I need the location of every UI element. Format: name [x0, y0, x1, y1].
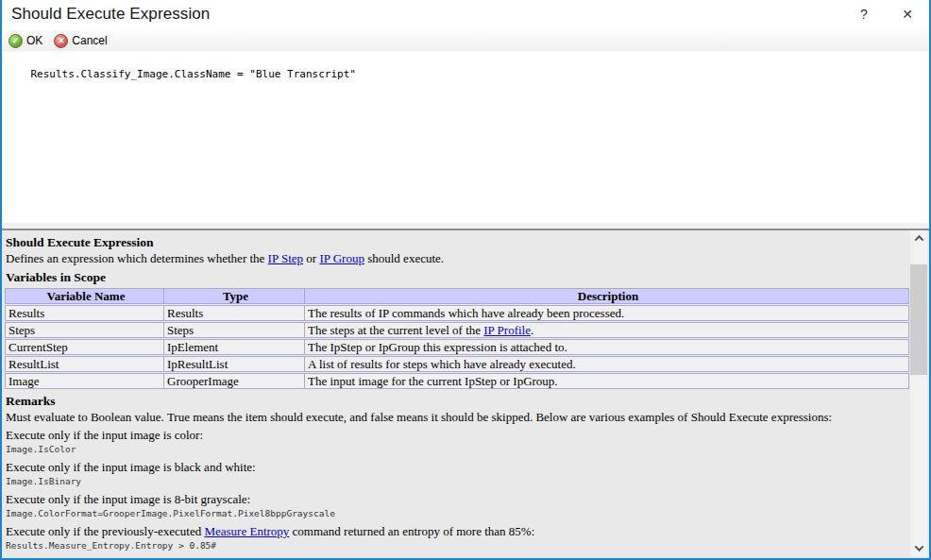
table-body: Results Results The results of IP comman…: [5, 305, 909, 389]
ok-check-icon: ✓: [8, 34, 23, 48]
table-row: CurrentStep IpElement The IpStep or IpGr…: [5, 339, 909, 355]
table-row: Results Results The results of IP comman…: [5, 305, 909, 321]
cancel-button[interactable]: ✕ Cancel: [52, 33, 109, 49]
cell-variable-name: Steps: [6, 323, 164, 337]
remarks-text: Must evaluate to Boolean value. True mea…: [6, 409, 909, 425]
cell-type: GrooperImage: [164, 374, 305, 388]
cell-type: Steps: [164, 323, 305, 337]
example-block: Execute only if the input image is black…: [6, 459, 909, 487]
column-header-type: Type: [164, 289, 305, 303]
cell-variable-name: ResultList: [6, 357, 164, 371]
scroll-up-button[interactable]: [910, 230, 927, 246]
title-bar: Should Execute Expression ? ✕: [2, 0, 929, 30]
example-label: Execute only if the input image is 8-bit…: [6, 491, 909, 507]
cell-description: A list of results for steps which have a…: [305, 357, 908, 371]
close-icon: ✕: [902, 7, 913, 22]
cell-type: IpElement: [164, 340, 305, 354]
variables-table: Variable Name Type Description Results R…: [5, 288, 909, 389]
example-code: Image.IsBinary: [6, 475, 909, 487]
dialog-title: Should Execute Expression: [11, 5, 210, 24]
example-label: Execute only if the previously-executed …: [6, 523, 909, 539]
table-row: Image GrooperImage The input image for t…: [5, 373, 909, 389]
cell-description: The IpStep or IpGroup this expression is…: [305, 340, 908, 354]
doc-link[interactable]: IP Profile: [483, 323, 531, 337]
cell-description: The input image for the current IpStep o…: [305, 374, 908, 388]
example-block: Execute only if the input image is 8-bit…: [6, 491, 909, 519]
column-header-variable-name: Variable Name: [6, 289, 164, 303]
chevron-up-icon: [914, 235, 923, 245]
help-panel: Should Execute Expression Defines an exp…: [2, 230, 929, 558]
expression-editor[interactable]: Results.Classify_Image.ClassName = "Blue…: [2, 51, 929, 223]
ok-button-label: OK: [26, 34, 42, 47]
cancel-button-label: Cancel: [72, 34, 107, 47]
doc-link[interactable]: Measure Entropy: [204, 524, 289, 538]
variables-heading: Variables in Scope: [6, 269, 909, 285]
table-header-row: Variable Name Type Description: [5, 288, 909, 304]
close-button[interactable]: ✕: [888, 0, 927, 28]
example-block: Execute only if the previously-executed …: [6, 523, 909, 552]
cancel-x-icon: ✕: [54, 34, 68, 48]
example-code: Results.Measure_Entropy.Entropy > 0.85#: [6, 539, 909, 552]
help-intro: Defines an expression which determines w…: [6, 250, 909, 266]
examples-list: Execute only if the input image is color…: [6, 427, 909, 552]
remarks-heading: Remarks: [6, 393, 909, 409]
cell-type: Results: [164, 306, 305, 320]
dialog-window: Should Execute Expression ? ✕ ✓ OK ✕ Can…: [0, 0, 931, 560]
help-content: Should Execute Expression Defines an exp…: [2, 230, 909, 558]
cell-description: The steps at the current level of the IP…: [305, 323, 908, 337]
example-label: Execute only if the input image is black…: [6, 459, 909, 475]
column-header-description: Description: [305, 289, 908, 303]
cell-variable-name: Results: [6, 306, 164, 320]
scrollbar-thumb[interactable]: [910, 264, 927, 375]
ok-button[interactable]: ✓ OK: [7, 33, 44, 49]
doc-link[interactable]: IP Step: [268, 251, 303, 265]
cell-variable-name: CurrentStep: [6, 340, 164, 354]
help-icon: ?: [860, 7, 868, 22]
example-label: Execute only if the input image is color…: [6, 427, 909, 443]
doc-link[interactable]: IP Group: [319, 251, 364, 265]
expression-code: Results.Classify_Image.ClassName = "Blue…: [31, 68, 356, 80]
help-scrollbar[interactable]: [910, 230, 927, 556]
cell-variable-name: Image: [6, 374, 164, 388]
example-code: Image.ColorFormat=GrooperImage.PixelForm…: [6, 507, 909, 519]
toolbar: ✓ OK ✕ Cancel: [2, 30, 929, 51]
help-button[interactable]: ?: [844, 0, 884, 28]
example-block: Execute only if the input image is color…: [6, 427, 909, 455]
example-code: Image.IsColor: [6, 443, 909, 455]
cell-type: IpResultList: [164, 357, 305, 371]
help-heading: Should Execute Expression: [6, 234, 909, 250]
scroll-down-button[interactable]: [910, 540, 927, 556]
cell-description: The results of IP commands which have al…: [305, 306, 908, 320]
chevron-down-icon: [914, 542, 923, 552]
table-row: ResultList IpResultList A list of result…: [5, 356, 909, 372]
table-row: Steps Steps The steps at the current lev…: [5, 322, 909, 338]
